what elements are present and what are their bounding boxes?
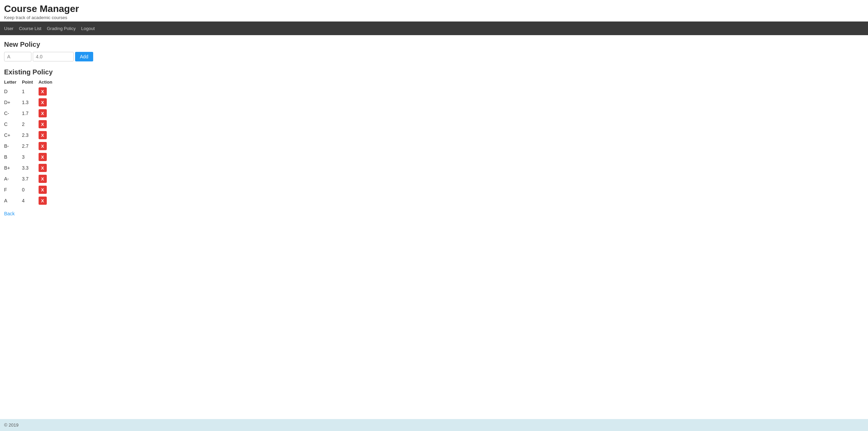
delete-button[interactable]: X xyxy=(39,186,47,194)
cell-point: 2.7 xyxy=(22,141,39,152)
cell-point: 3 xyxy=(22,152,39,162)
policy-table: LetterPointAction D1XD+1.3XC-1.7XC2XC+2.… xyxy=(4,79,58,206)
new-policy-title: New Policy xyxy=(4,41,864,48)
existing-policy-title: Existing Policy xyxy=(4,68,864,76)
cell-letter: C- xyxy=(4,108,22,119)
cell-letter: A- xyxy=(4,173,22,184)
table-row: B3X xyxy=(4,152,58,162)
delete-button[interactable]: X xyxy=(39,175,47,183)
cell-letter: D xyxy=(4,86,22,97)
cell-letter: B+ xyxy=(4,162,22,173)
table-row: D+1.3X xyxy=(4,97,58,108)
table-header-point: Point xyxy=(22,79,39,86)
delete-button[interactable]: X xyxy=(39,164,47,172)
cell-point: 1.7 xyxy=(22,108,39,119)
table-row: A-3.7X xyxy=(4,173,58,184)
table-row: C2X xyxy=(4,119,58,130)
cell-point: 3.3 xyxy=(22,162,39,173)
add-button[interactable]: Add xyxy=(75,52,93,61)
delete-button[interactable]: X xyxy=(39,131,47,139)
delete-button[interactable]: X xyxy=(39,120,47,128)
table-row: A4X xyxy=(4,195,58,206)
delete-button[interactable]: X xyxy=(39,142,47,150)
nav-logout[interactable]: Logout xyxy=(81,26,95,31)
policy-table-head: LetterPointAction xyxy=(4,79,58,86)
table-header-action: Action xyxy=(39,79,58,86)
delete-button[interactable]: X xyxy=(39,153,47,161)
cell-letter: C xyxy=(4,119,22,130)
cell-point: 2 xyxy=(22,119,39,130)
cell-action: X xyxy=(39,195,58,206)
cell-point: 2.3 xyxy=(22,130,39,141)
cell-letter: B xyxy=(4,152,22,162)
cell-action: X xyxy=(39,119,58,130)
cell-action: X xyxy=(39,184,58,195)
table-header-letter: Letter xyxy=(4,79,22,86)
app-title: Course Manager xyxy=(4,3,864,14)
cell-point: 0 xyxy=(22,184,39,195)
table-row: F0X xyxy=(4,184,58,195)
app-subtitle: Keep track of academic courses xyxy=(4,15,864,20)
nav-user[interactable]: User xyxy=(4,26,13,31)
existing-policy-section: Existing Policy LetterPointAction D1XD+1… xyxy=(4,68,864,216)
cell-action: X xyxy=(39,86,58,97)
cell-point: 1.3 xyxy=(22,97,39,108)
table-row: D1X xyxy=(4,86,58,97)
table-row: C-1.7X xyxy=(4,108,58,119)
point-input[interactable] xyxy=(33,52,74,61)
table-row: C+2.3X xyxy=(4,130,58,141)
nav-grading-policy[interactable]: Grading Policy xyxy=(47,26,76,31)
cell-letter: F xyxy=(4,184,22,195)
new-policy-section: New Policy Add xyxy=(4,41,864,61)
delete-button[interactable]: X xyxy=(39,87,47,96)
cell-point: 1 xyxy=(22,86,39,97)
policy-table-body: D1XD+1.3XC-1.7XC2XC+2.3XB-2.7XB3XB+3.3XA… xyxy=(4,86,58,206)
cell-letter: C+ xyxy=(4,130,22,141)
cell-action: X xyxy=(39,97,58,108)
cell-point: 3.7 xyxy=(22,173,39,184)
cell-action: X xyxy=(39,130,58,141)
cell-action: X xyxy=(39,152,58,162)
letter-input[interactable] xyxy=(4,52,31,61)
app-header: Course Manager Keep track of academic co… xyxy=(0,0,868,21)
cell-action: X xyxy=(39,173,58,184)
policy-table-header-row: LetterPointAction xyxy=(4,79,58,86)
delete-button[interactable]: X xyxy=(39,98,47,106)
main-content: New Policy Add Existing Policy LetterPoi… xyxy=(0,35,868,222)
delete-button[interactable]: X xyxy=(39,109,47,117)
cell-letter: D+ xyxy=(4,97,22,108)
cell-point: 4 xyxy=(22,195,39,206)
table-row: B-2.7X xyxy=(4,141,58,152)
table-row: B+3.3X xyxy=(4,162,58,173)
cell-action: X xyxy=(39,108,58,119)
new-policy-form: Add xyxy=(4,52,864,61)
nav-course-list[interactable]: Course List xyxy=(19,26,41,31)
cell-action: X xyxy=(39,141,58,152)
navbar: UserCourse ListGrading PolicyLogout xyxy=(0,21,868,35)
delete-button[interactable]: X xyxy=(39,197,47,205)
back-link[interactable]: Back xyxy=(4,211,15,216)
cell-letter: B- xyxy=(4,141,22,152)
cell-action: X xyxy=(39,162,58,173)
cell-letter: A xyxy=(4,195,22,206)
